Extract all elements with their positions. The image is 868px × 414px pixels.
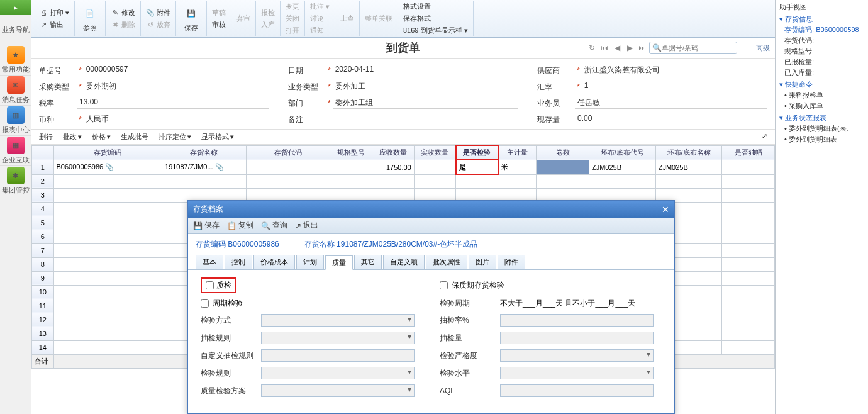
strict-select[interactable]: ▾ — [500, 349, 654, 362]
save-format-button[interactable]: 保存格式 — [401, 13, 470, 25]
audit-button[interactable]: 审核 — [209, 19, 228, 31]
report-link-2[interactable]: 委外到货明细表 — [784, 135, 864, 144]
chevron-down-icon[interactable]: ▾ — [404, 332, 414, 344]
quick-ruku[interactable]: 采购入库单 — [784, 101, 864, 111]
fld-supplier-value[interactable]: 浙江盛兴染整有限公司 — [582, 65, 767, 76]
nav-prev[interactable]: ◀ — [611, 42, 623, 53]
del-row-button[interactable]: 删行 — [39, 132, 53, 142]
report-link-1[interactable]: 委外到货明细表(表. — [784, 124, 864, 133]
nav-last[interactable]: ⏭ — [637, 42, 648, 53]
dlg-save-button[interactable]: 💾 保存 — [193, 220, 220, 231]
inspect-button[interactable]: 报检 — [259, 7, 277, 19]
shelf-life-checkbox[interactable] — [440, 281, 448, 289]
quick-baojian[interactable]: 来料报检单 — [784, 91, 864, 100]
nav-first[interactable]: ⏮ — [599, 42, 610, 53]
table-row[interactable]: 1 B06000005986 📎 191087/ZJM0... 📎 1750.0… — [32, 160, 775, 174]
ref-button[interactable]: 📄参照 — [77, 3, 103, 34]
app-logo: ▸ — [0, 0, 31, 15]
tab-quality[interactable]: 质量 — [325, 255, 353, 270]
attach-button[interactable]: 📎附件 — [143, 7, 173, 19]
chevron-down-icon[interactable]: ▾ — [404, 385, 414, 396]
tab-other[interactable]: 其它 — [354, 255, 382, 269]
tab-plan[interactable]: 计划 — [296, 255, 324, 269]
fld-djh-value[interactable]: 0000000597 — [84, 65, 269, 76]
draft-button[interactable]: 草稿 — [209, 7, 228, 19]
format-button[interactable]: 格式设置 — [401, 1, 470, 13]
tab-control[interactable]: 控制 — [225, 255, 252, 269]
tab-attach[interactable]: 附件 — [498, 255, 525, 269]
inv-code-link[interactable]: 存货编码: — [784, 26, 814, 33]
change-button[interactable]: 变更 — [283, 1, 302, 13]
chevron-down-icon[interactable]: ▾ — [404, 367, 414, 379]
inspect-rule-select[interactable]: ▾ — [261, 367, 415, 379]
grid-toolbar: 删行 批改 ▾ 价格 ▾ 生成批号 排序定位 ▾ 显示格式 ▾ ⤢ — [31, 129, 775, 145]
search-icon: 🔍 — [652, 43, 662, 52]
fld-supplier-label[interactable]: 供应商 — [537, 65, 575, 76]
link-all-button[interactable]: 整单关联 — [362, 13, 395, 25]
chevron-down-icon[interactable]: ▾ — [404, 315, 414, 326]
dialog-titlebar[interactable]: 存货档案 ✕ — [188, 201, 674, 218]
rp-sec-status[interactable]: ▾ 业务状态报表 — [779, 113, 864, 123]
gen-batch-button[interactable]: 生成批号 — [121, 132, 148, 142]
nav-ent[interactable]: ▦企业互联 — [0, 136, 31, 166]
chevron-down-icon[interactable]: ▾ — [643, 350, 653, 361]
tab-custom[interactable]: 自定义项 — [383, 255, 425, 269]
table-row[interactable]: 2 — [32, 174, 775, 188]
ribbon-toolbar: 🖨打印 ▾ ↗输出 📄参照 ✎修改 ✖删除 📎附件 ↺放弃 💾保存 草稿 审核 — [31, 0, 775, 38]
expand-grid-button[interactable]: ⤢ — [762, 132, 767, 140]
inspect-mode-select[interactable]: ▾ — [261, 314, 415, 327]
output-button[interactable]: ↗输出 — [36, 19, 72, 31]
form-area: 单据号*0000000597 日期*2020-04-11 供应商*浙江盛兴染整有… — [31, 59, 775, 129]
dlg-copy-button[interactable]: 📋 复制 — [227, 220, 253, 231]
fld-date-value[interactable]: 2020-04-11 — [333, 65, 518, 76]
custom-rule-select[interactable] — [261, 349, 415, 362]
price-button[interactable]: 价格 ▾ — [92, 132, 111, 142]
modify-button[interactable]: ✎修改 — [108, 7, 138, 19]
search-input[interactable]: 🔍 — [649, 42, 737, 54]
nav-group[interactable]: ✱集团管控 — [0, 166, 31, 196]
tab-basic[interactable]: 基本 — [196, 255, 223, 269]
batch-edit-button[interactable]: 批改 ▾ — [63, 132, 82, 142]
sort-button[interactable]: 排序定位 ▾ — [159, 132, 191, 142]
aql-select[interactable] — [500, 384, 654, 397]
advanced-link[interactable]: 高级 — [756, 43, 770, 53]
save-button[interactable]: 💾保存 — [179, 3, 204, 34]
open-button[interactable]: 打开 — [283, 25, 302, 36]
trace-up-button[interactable]: 上查 — [338, 13, 357, 25]
close-icon[interactable]: ✕ — [662, 204, 669, 215]
cycle-checkbox[interactable] — [201, 299, 209, 308]
unaudit-button[interactable]: 弃审 — [234, 13, 253, 25]
qc-checkbox[interactable] — [206, 281, 214, 289]
chevron-down-icon[interactable]: ▾ — [643, 367, 653, 379]
nav-refresh[interactable]: ↻ — [586, 42, 598, 53]
discuss-button[interactable]: 讨论 — [308, 13, 332, 25]
nav-next[interactable]: ▶ — [624, 42, 635, 53]
nav-msg[interactable]: ✉消息任务 — [0, 76, 31, 106]
rp-sec-inventory[interactable]: ▾ 存货信息 — [779, 14, 864, 24]
close-button[interactable]: 关闭 — [283, 13, 302, 25]
tab-price[interactable]: 价格成本 — [253, 255, 295, 269]
rp-sec-quick[interactable]: ▾ 快捷命令 — [779, 80, 864, 89]
clip-icon[interactable]: 📎 — [215, 163, 224, 171]
print-button[interactable]: 🖨打印 ▾ — [36, 7, 72, 19]
tab-batch[interactable]: 批次属性 — [426, 255, 467, 269]
template-select[interactable]: 8169 到货单显示样 ▾ — [401, 25, 470, 36]
dlg-query-button[interactable]: 🔍 查询 — [261, 220, 287, 231]
stockin-button[interactable]: 入库 — [259, 19, 277, 31]
qc-plan-select[interactable]: ▾ — [261, 384, 415, 397]
sample-rate-input[interactable] — [500, 314, 654, 327]
notify-button[interactable]: 通知 — [308, 25, 332, 36]
nav-biz[interactable]: 业务导航 — [0, 15, 31, 45]
dlg-exit-button[interactable]: ↗ 退出 — [295, 220, 318, 231]
tab-image[interactable]: 图片 — [469, 255, 496, 269]
sample-rule-select[interactable]: ▾ — [261, 332, 415, 344]
abandon-button[interactable]: ↺放弃 — [143, 19, 173, 31]
sample-qty-input[interactable] — [500, 332, 654, 344]
delete-button[interactable]: ✖删除 — [108, 19, 138, 31]
nav-report[interactable]: ▥报表中心 — [0, 106, 31, 136]
clip-icon[interactable]: 📎 — [105, 163, 114, 171]
nav-common[interactable]: ★常用功能 — [0, 45, 31, 76]
inspect-level-select[interactable]: ▾ — [500, 367, 654, 379]
note-button[interactable]: 批注 ▾ — [308, 1, 332, 13]
display-format-button[interactable]: 显示格式 ▾ — [201, 132, 234, 142]
